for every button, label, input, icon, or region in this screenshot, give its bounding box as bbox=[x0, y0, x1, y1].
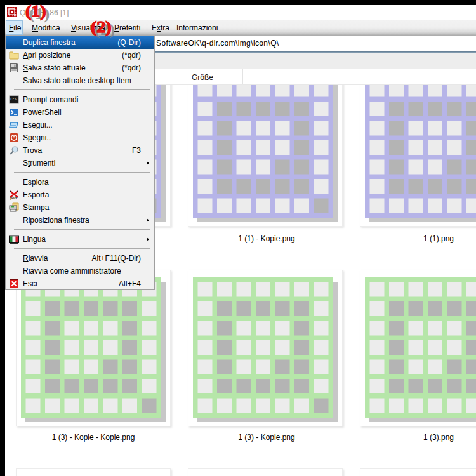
svg-text:port: port bbox=[10, 196, 17, 200]
svg-text:C:\.: C:\. bbox=[11, 97, 19, 102]
